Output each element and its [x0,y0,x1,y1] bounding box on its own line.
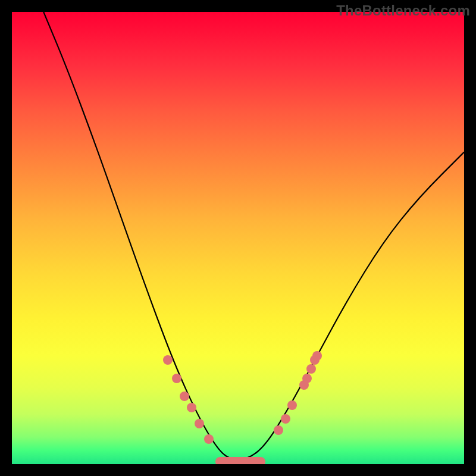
plot-area [12,12,464,464]
data-marker [287,400,297,410]
data-marker [187,403,196,412]
data-marker [274,425,283,435]
data-marker [281,414,290,424]
data-marker [306,364,316,374]
data-marker [204,434,214,444]
data-marker [312,351,322,361]
chart-frame: TheBottleneck.com [0,0,476,476]
data-marker [163,355,173,365]
bottom-marker-band [215,457,265,464]
data-marker [195,419,204,428]
data-marker [302,374,312,383]
data-marker [172,374,181,383]
marker-layer [12,12,464,464]
data-marker [180,392,189,401]
